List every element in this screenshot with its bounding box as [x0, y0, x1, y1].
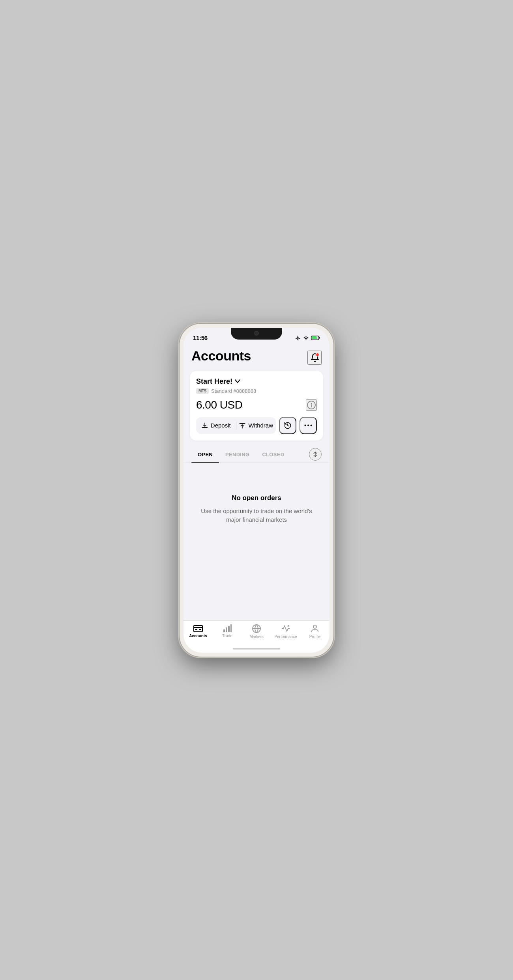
tab-open[interactable]: OPEN: [191, 447, 219, 462]
notification-dot: [316, 353, 319, 357]
trade-nav-icon: [223, 624, 232, 633]
profile-nav-icon: [310, 624, 320, 633]
history-button[interactable]: [279, 417, 296, 434]
nav-markets[interactable]: Markets: [245, 624, 268, 639]
svg-point-8: [311, 425, 312, 426]
sort-icon: [312, 451, 318, 457]
notch: [231, 328, 282, 340]
info-button[interactable]: [306, 399, 317, 411]
trade-nav-label: Trade: [222, 634, 232, 638]
svg-rect-12: [228, 626, 230, 632]
app-header: Accounts: [183, 345, 330, 371]
account-card: Start Here! MT5 Standard #8888888: [190, 371, 323, 441]
svg-rect-10: [223, 629, 225, 632]
nav-accounts[interactable]: Accounts: [186, 624, 210, 638]
phone-frame: 11:56 Accou: [180, 324, 333, 657]
tab-pending[interactable]: PENDING: [219, 447, 256, 462]
svg-rect-11: [226, 627, 227, 632]
tabs-group: OPEN PENDING CLOSED: [191, 447, 290, 462]
empty-title: No open orders: [232, 494, 281, 502]
status-time: 11:56: [193, 334, 208, 341]
more-icon: [304, 424, 312, 426]
account-name-row: Start Here!: [196, 377, 317, 386]
accounts-nav-label: Accounts: [189, 634, 207, 638]
withdraw-label: Withdraw: [248, 422, 273, 429]
deposit-label: Deposit: [211, 422, 231, 429]
tab-closed[interactable]: CLOSED: [256, 447, 290, 462]
balance-row: 6.00 USD: [196, 399, 317, 411]
svg-point-7: [307, 425, 309, 426]
mt5-badge: MT5: [196, 388, 209, 394]
account-meta: MT5 Standard #8888888: [196, 388, 317, 394]
scroll-area[interactable]: Accounts Start Here!: [183, 345, 330, 653]
deposit-withdraw-group: Deposit Withdraw: [196, 417, 276, 434]
account-selector-chevron[interactable]: [235, 378, 240, 385]
deposit-button[interactable]: Deposit: [196, 417, 236, 434]
tabs-container: OPEN PENDING CLOSED: [183, 447, 330, 463]
balance-amount: 6.00 USD: [196, 399, 242, 411]
history-icon: [284, 422, 292, 429]
svg-rect-13: [230, 624, 232, 632]
action-row: Deposit Withdraw: [196, 417, 317, 434]
withdraw-icon: [239, 422, 246, 429]
withdraw-button[interactable]: Withdraw: [236, 417, 276, 434]
account-type: Standard #8888888: [211, 388, 256, 394]
markets-nav-icon: [252, 624, 261, 633]
svg-rect-1: [319, 337, 320, 339]
status-icons: [295, 335, 320, 341]
profile-nav-label: Profile: [309, 635, 320, 639]
page-title: Accounts: [191, 348, 251, 364]
battery-icon: [311, 335, 320, 340]
home-indicator: [233, 648, 280, 650]
sort-button[interactable]: [309, 448, 322, 461]
nav-performance[interactable]: Performance: [274, 624, 298, 639]
account-name: Start Here!: [196, 377, 232, 386]
nav-profile[interactable]: Profile: [303, 624, 327, 639]
nav-trade[interactable]: Trade: [215, 624, 239, 638]
performance-nav-label: Performance: [274, 635, 297, 639]
markets-nav-label: Markets: [249, 635, 264, 639]
svg-rect-2: [312, 336, 317, 339]
performance-nav-icon: [281, 624, 290, 633]
empty-state: No open orders Use the opportunity to tr…: [183, 463, 330, 540]
phone-screen: 11:56 Accou: [183, 328, 330, 653]
svg-rect-9: [194, 625, 202, 632]
more-button[interactable]: [300, 417, 317, 434]
airplane-icon: [295, 335, 301, 341]
svg-point-15: [313, 625, 316, 628]
camera: [254, 331, 259, 336]
info-icon: [307, 400, 316, 410]
notification-button[interactable]: [307, 351, 322, 365]
empty-description: Use the opportunity to trade on the worl…: [199, 507, 314, 525]
deposit-icon: [201, 422, 208, 429]
wifi-icon: [303, 336, 309, 340]
accounts-nav-icon: [193, 624, 203, 633]
svg-point-6: [305, 425, 306, 426]
